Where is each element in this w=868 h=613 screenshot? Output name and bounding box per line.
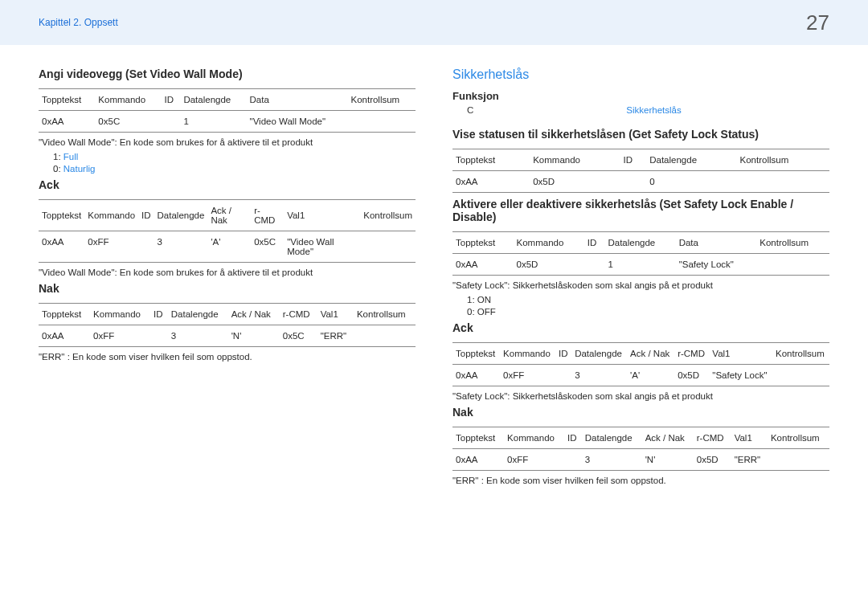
- table-set-video-wall: Topptekst Kommando ID Datalengde Data Ko…: [39, 88, 416, 133]
- section-ack: Ack: [39, 178, 416, 191]
- label-funksjon: Funksjon: [452, 90, 829, 102]
- chapter-label: Kapittel 2. Oppsett: [39, 17, 118, 28]
- table-get-safety-lock: Topptekst Kommando ID Datalengde Kontrol…: [452, 149, 829, 193]
- th: Topptekst: [39, 304, 90, 325]
- td: [620, 171, 646, 193]
- table-header-row: Topptekst Kommando ID Datalengde Ack / N…: [39, 200, 416, 231]
- right-column: Sikkerhetslås Funksjon C Sikkerhetslås V…: [452, 67, 829, 490]
- th: Ack / Nak: [207, 200, 251, 231]
- table-row: 0xAA 0xFF 3 'N' 0x5C "ERR": [39, 325, 416, 347]
- th: Ack / Nak: [642, 427, 694, 449]
- td: 0: [646, 171, 736, 193]
- td: 1: [604, 254, 675, 276]
- option-natural: 0: Naturlig: [39, 164, 416, 174]
- option-full: 1: Full: [39, 152, 416, 161]
- th: Datalengde: [180, 89, 246, 111]
- td: 0x5D: [674, 365, 709, 386]
- td: [360, 231, 416, 263]
- page-header: Kapittel 2. Oppsett 27: [0, 0, 868, 45]
- td: 3: [154, 231, 208, 263]
- table-ack-right: Topptekst Kommando ID Datalengde Ack / N…: [452, 342, 829, 386]
- td: 0x5C: [280, 325, 317, 347]
- table-header-row: Topptekst Kommando ID Datalengde Ack / N…: [452, 343, 829, 365]
- td: 0x5D: [514, 254, 584, 276]
- td: [354, 325, 416, 347]
- note-safety-lock-2: "Safety Lock": Sikkerhetslåskoden som sk…: [452, 391, 829, 401]
- link-naturlig[interactable]: Naturlig: [63, 164, 96, 174]
- td: 'N': [228, 325, 280, 347]
- table-nak-left: Topptekst Kommando ID Datalengde Ack / N…: [39, 303, 416, 347]
- td: "Video Wall Mode": [284, 231, 360, 263]
- th: Kontrollsum: [737, 149, 830, 171]
- td: "Video Wall Mode": [247, 111, 348, 133]
- table-header-row: Topptekst Kommando ID Datalengde Ack / N…: [452, 427, 829, 449]
- th: ID: [150, 304, 168, 325]
- table-row: 0xAA 0xFF 3 'N' 0x5D "ERR": [452, 449, 829, 471]
- th: Val1: [731, 427, 768, 449]
- td: 0xFF: [90, 325, 150, 347]
- th: ID: [620, 149, 646, 171]
- td: "ERR": [317, 325, 354, 347]
- section-safety-lock-title: Sikkerhetslås: [452, 67, 829, 82]
- th: Kontrollsum: [347, 89, 416, 111]
- th: Kommando: [500, 343, 555, 365]
- td: 0xAA: [39, 231, 84, 263]
- th: Topptekst: [39, 89, 95, 111]
- section-ack-right: Ack: [452, 321, 829, 334]
- left-column: Angi videovegg (Set Video Wall Mode) Top…: [39, 67, 416, 490]
- td: 0xFF: [84, 231, 138, 263]
- th: Datalengde: [646, 149, 736, 171]
- td: [737, 171, 830, 193]
- td: 'A': [207, 231, 251, 263]
- td: 0xAA: [39, 111, 95, 133]
- th: Data: [676, 232, 757, 254]
- th: r-CMD: [280, 304, 317, 325]
- th: Kontrollsum: [360, 200, 416, 231]
- th: Val1: [284, 200, 360, 231]
- td: [584, 254, 605, 276]
- th: Topptekst: [452, 232, 514, 254]
- link-full[interactable]: Full: [63, 152, 79, 161]
- td: 3: [582, 449, 642, 471]
- option-prefix: 0:: [53, 164, 61, 174]
- note-video-wall-mode-2: "Video Wall Mode": En kode som brukes fo…: [39, 268, 416, 277]
- th: Topptekst: [39, 200, 84, 231]
- funksjon-c: C: [467, 105, 473, 115]
- td: 0xAA: [452, 254, 514, 276]
- th: Datalengde: [168, 304, 228, 325]
- note-err-right: "ERR" : En kode som viser hvilken feil s…: [452, 476, 829, 485]
- th: Datalengde: [571, 343, 627, 365]
- td: 0xAA: [452, 365, 500, 386]
- td: 0xFF: [500, 365, 555, 386]
- td: 0x5C: [251, 231, 284, 263]
- th: Val1: [709, 343, 772, 365]
- th: Ack / Nak: [228, 304, 280, 325]
- table-row: 0xAA 0x5D 0: [452, 171, 829, 193]
- th: Val1: [317, 304, 354, 325]
- th: Kontrollsum: [756, 232, 829, 254]
- th: Kommando: [90, 304, 150, 325]
- th: Kontrollsum: [768, 427, 829, 449]
- td: "Safety Lock": [676, 254, 757, 276]
- table-row: 0xAA 0x5D 1 "Safety Lock": [452, 254, 829, 276]
- td: 3: [571, 365, 627, 386]
- th: Data: [247, 89, 348, 111]
- page-number: 27: [806, 10, 829, 35]
- note-safety-lock-1: "Safety Lock": Sikkerhetslåskoden som sk…: [452, 280, 829, 290]
- table-header-row: Topptekst Kommando ID Datalengde Data Ko…: [39, 89, 416, 111]
- th: ID: [584, 232, 605, 254]
- section-get-safety-lock: Vise statusen til sikkerhetslåsen (Get S…: [452, 128, 829, 141]
- table-row: 0xAA 0xFF 3 'A' 0x5D "Safety Lock": [452, 365, 829, 386]
- td: 0x5D: [694, 449, 731, 471]
- table-header-row: Topptekst Kommando ID Datalengde Data Ko…: [452, 232, 829, 254]
- th: ID: [555, 343, 571, 365]
- option-on: 1: ON: [452, 295, 829, 304]
- th: ID: [564, 427, 582, 449]
- content-area: Angi videovegg (Set Video Wall Mode) Top…: [0, 45, 868, 506]
- th: Topptekst: [452, 343, 500, 365]
- section-nak: Nak: [39, 282, 416, 295]
- option-off: 0: OFF: [452, 307, 829, 317]
- td: 0xAA: [452, 449, 504, 471]
- link-sikkerhetslas[interactable]: Sikkerhetslås: [626, 105, 681, 115]
- th: Ack / Nak: [627, 343, 674, 365]
